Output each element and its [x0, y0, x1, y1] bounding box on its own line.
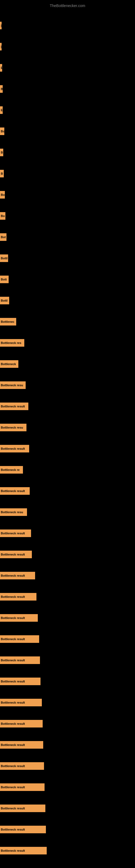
bar-label: Bottleneck resu: [0, 381, 26, 389]
bar-row: Bottl: [0, 249, 135, 268]
bar-row: Bottleneck re: [0, 461, 135, 479]
bar-label: Bottleneck result: [0, 656, 40, 664]
bar-row: Bottleneck res: [0, 334, 135, 352]
bar-label: Bottleneck result: [0, 445, 29, 453]
bar-label: Bo: [0, 212, 5, 220]
bar-row: Bottleneck result: [0, 799, 135, 818]
bar-label: Bottleneck result: [0, 805, 45, 812]
bar-label: Bottleneck result: [0, 741, 43, 749]
bar-label: B: [0, 85, 3, 93]
bar-row: Bottleneck result: [0, 714, 135, 734]
bar-label: B: [0, 170, 4, 177]
bar-row: Bottl: [0, 291, 135, 310]
bar-row: Bottleneck result: [0, 863, 135, 868]
bar-label: Bo: [0, 127, 4, 135]
bar-row: Bottleneck result: [0, 736, 135, 755]
bar-row: Bott: [0, 270, 135, 289]
bar-row: |: [0, 16, 135, 35]
bar-row: B: [0, 80, 135, 99]
bar-row: Bot: [0, 228, 135, 247]
bar-label: Bo: [0, 191, 5, 198]
bar-row: Bottleneck: [0, 355, 135, 374]
bar-row: B: [0, 164, 135, 183]
bar-row: E: [0, 101, 135, 120]
bar-row: Bottleneck result: [0, 482, 135, 501]
bar-row: E: [0, 59, 135, 78]
bar-label: Bottl: [0, 297, 9, 304]
bar-row: Bottleneck result: [0, 651, 135, 670]
bar-row: Bottlenec: [0, 312, 135, 332]
bar-row: Bottleneck result: [0, 841, 135, 860]
bar-label: |: [0, 22, 2, 29]
bar-label: Bottleneck resu: [0, 508, 27, 516]
bar-label: Bottleneck res: [0, 339, 24, 347]
bar-row: B: [0, 143, 135, 162]
bar-row: Bottleneck result: [0, 630, 135, 649]
bar-label: Bottleneck result: [0, 572, 35, 579]
bar-label: E: [0, 64, 2, 72]
bar-label: Bot: [0, 233, 6, 241]
bar-label: Bottleneck resu: [0, 424, 27, 431]
bar-label: Bottleneck result: [0, 847, 47, 855]
bar-row: Bottleneck resu: [0, 503, 135, 522]
bar-row: Bottleneck result: [0, 524, 135, 543]
bar-row: Bottleneck result: [0, 566, 135, 585]
bar-label: Bottleneck result: [0, 678, 41, 685]
bar-row: Bottleneck resu: [0, 418, 135, 437]
bar-row: Bottleneck result: [0, 397, 135, 416]
bar-label: Bottleneck result: [0, 529, 31, 537]
bar-row: Bottleneck result: [0, 609, 135, 628]
bar-label: Bottleneck result: [0, 699, 42, 706]
bar-row: Bottleneck result: [0, 778, 135, 797]
bar-row: Bo: [0, 186, 135, 205]
bar-label: Bottleneck result: [0, 551, 32, 558]
bar-row: Bottleneck result: [0, 757, 135, 776]
bar-row: Bottleneck result: [0, 693, 135, 712]
bar-label: Bottleneck result: [0, 720, 43, 727]
bar-row: Bottleneck result: [0, 545, 135, 564]
bar-row: Bottleneck resu: [0, 376, 135, 395]
bar-label: Bottl: [0, 254, 8, 262]
bar-label: Bottleneck: [0, 360, 18, 368]
bar-label: Bottleneck result: [0, 403, 28, 410]
site-title: TheBottlenecker.com: [0, 1, 135, 10]
bar-label: Bottleneck result: [0, 593, 37, 600]
bar-row: Bottleneck result: [0, 439, 135, 458]
bar-label: Bottleneck re: [0, 466, 23, 474]
bar-label: E: [0, 106, 3, 114]
bar-row: Bo: [0, 122, 135, 141]
bar-label: Bottleneck result: [0, 487, 30, 495]
bar-label: Bottleneck result: [0, 635, 39, 643]
bar-label: Bottlenec: [0, 318, 16, 326]
bar-row: Bottleneck result: [0, 672, 135, 691]
bar-label: Bottleneck result: [0, 614, 38, 622]
bar-row: |: [0, 37, 135, 56]
bar-row: Bottleneck result: [0, 588, 135, 607]
bar-row: Bottleneck result: [0, 820, 135, 839]
bar-label: B: [0, 149, 3, 156]
bar-row: Bo: [0, 207, 135, 226]
bar-label: Bottleneck result: [0, 826, 46, 833]
bar-label: Bottleneck result: [0, 783, 45, 791]
bar-label: |: [0, 43, 2, 51]
bar-label: Bottleneck result: [0, 762, 44, 770]
bar-label: Bott: [0, 276, 9, 283]
